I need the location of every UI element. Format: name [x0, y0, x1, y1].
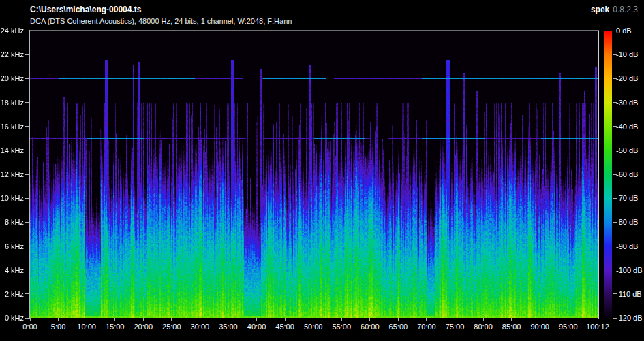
app-name: spek [591, 5, 609, 14]
time-tick [511, 318, 512, 321]
app-title: spek0.8.2.3 [591, 5, 638, 14]
db-tick-label: -60 dB [616, 170, 638, 179]
freq-tick-label: 4 kHz [0, 266, 24, 275]
time-tick [256, 318, 257, 321]
freq-tick [25, 222, 29, 223]
spectrogram-canvas [30, 31, 598, 318]
plot-frame-right [598, 31, 599, 319]
db-tick-label: -120 dB [616, 314, 643, 323]
freq-axis-line [29, 30, 30, 319]
db-tick-label: -90 dB [616, 242, 638, 251]
freq-tick [25, 126, 29, 127]
time-tick [228, 318, 228, 321]
freq-tick [25, 318, 29, 319]
db-tick-label: -110 dB [616, 290, 642, 299]
db-tick-label: -50 dB [616, 146, 638, 155]
freq-tick [25, 102, 29, 103]
db-tick-label: -40 dB [616, 123, 638, 131]
freq-tick [25, 174, 29, 175]
freq-tick-label: 16 kHz [0, 123, 24, 131]
freq-tick-label: 8 kHz [0, 218, 24, 227]
freq-tick [25, 78, 29, 79]
freq-tick-label: 10 kHz [0, 194, 24, 203]
freq-tick-label: 18 kHz [0, 99, 24, 108]
time-tick [143, 318, 144, 321]
time-tick [426, 318, 427, 321]
time-tick [58, 318, 59, 321]
time-tick [598, 318, 598, 321]
db-tick-label: -100 dB [616, 266, 643, 275]
freq-tick-label: 24 kHz [0, 27, 24, 35]
time-tick [114, 318, 115, 321]
freq-tick [25, 31, 29, 31]
freq-tick [25, 293, 29, 294]
time-tick [171, 318, 172, 321]
db-tick-label: -30 dB [616, 99, 638, 108]
time-tick-label: 100:12 [577, 323, 618, 331]
freq-tick-label: 6 kHz [0, 242, 24, 251]
spek-window: C:\Users\micha\eng-00004.ts spek0.8.2.3 … [0, 0, 644, 341]
time-tick [540, 318, 540, 321]
time-tick [341, 318, 342, 321]
freq-tick [25, 198, 29, 199]
time-tick [87, 318, 87, 321]
time-tick [285, 318, 286, 321]
plot-frame-top [29, 30, 599, 31]
db-tick-label: 0 dB [616, 27, 632, 35]
db-tick-label: -70 dB [616, 194, 638, 203]
freq-tick-label: 0 kHz [0, 314, 24, 323]
time-tick [200, 318, 200, 321]
stream-info: DCA (DTS Coherent Acoustics), 48000 Hz, … [30, 17, 292, 25]
freq-tick-label: 20 kHz [0, 74, 24, 83]
db-tick-label: -80 dB [616, 218, 638, 227]
db-tick-label: -20 dB [616, 74, 638, 83]
time-tick [30, 318, 31, 321]
db-colorbar [604, 31, 612, 318]
freq-tick-label: 22 kHz [0, 50, 24, 59]
freq-tick-label: 2 kHz [0, 290, 24, 299]
file-path-title: C:\Users\micha\eng-00004.ts [30, 5, 141, 14]
time-tick [369, 318, 370, 321]
freq-tick [25, 150, 29, 150]
time-tick [483, 318, 484, 321]
freq-tick [25, 246, 29, 246]
freq-tick [25, 270, 29, 270]
time-tick [455, 318, 455, 321]
freq-tick-label: 12 kHz [0, 170, 24, 179]
time-tick [398, 318, 399, 321]
time-tick [568, 318, 568, 321]
time-tick [313, 318, 313, 321]
app-version-number: 0.8.2.3 [613, 5, 638, 14]
db-tick-label: -10 dB [616, 50, 638, 59]
freq-tick [25, 54, 29, 55]
freq-tick-label: 14 kHz [0, 146, 24, 155]
